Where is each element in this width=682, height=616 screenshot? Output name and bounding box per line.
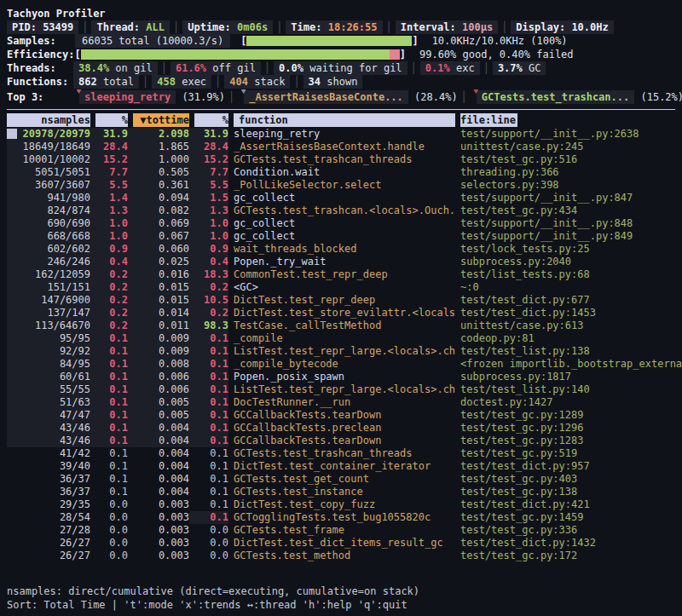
cell-file-line: test/test_dict.py:677 <box>455 294 682 307</box>
efficiency-bar-open-bracket: [ <box>74 48 80 61</box>
table-row[interactable]: 151/1510.20.0150.2<GC>~:0 <box>7 281 682 294</box>
top3-pct: (28.4%) <box>408 90 458 104</box>
top3-function-name[interactable]: sleeping_retry <box>79 90 176 104</box>
column-header-nsamples[interactable]: nsamples <box>7 113 90 127</box>
samples-bar-close-bracket: ] <box>412 34 418 48</box>
functions-row: Functions: 862 total│458 exec│404 stack│… <box>7 75 682 89</box>
table-row[interactable]: 824/8741.30.0821.3GCTests.test_trashcan.… <box>7 204 682 217</box>
table-row[interactable]: 55/550.10.0060.1ListTest.test_repr_large… <box>7 383 682 396</box>
column-header-direct-pct[interactable]: % <box>90 113 128 127</box>
cell-file-line: test/test_gc.py:1296 <box>455 422 682 435</box>
table-row[interactable]: 690/6901.00.0691.0gc_collecttest/support… <box>7 217 682 230</box>
table-row[interactable]: 26/270.00.0030.0GCTests.test_methodtest/… <box>7 550 682 562</box>
table-row[interactable]: 43/460.10.0040.1GCCallbackTests.tearDown… <box>7 435 682 447</box>
cell-nsamples: 690/690 <box>7 217 90 230</box>
table-row[interactable]: 602/6020.90.0600.9wait_threads_blockedte… <box>7 243 682 256</box>
cell-tottime: 0.004 <box>128 486 189 498</box>
cell-cum-pct: 18.3 <box>189 268 228 281</box>
table-row[interactable]: 162/120590.20.01618.3CommonTest.test_rep… <box>7 268 682 281</box>
cell-tottime: 0.015 <box>128 294 189 307</box>
table-body: 20978/2097931.92.09831.9sleeping_retryte… <box>7 128 682 562</box>
cell-nsamples: 29/35 <box>7 498 90 511</box>
table-row[interactable]: 18649/1864928.41.86528.4_AssertRaisesBas… <box>7 141 682 153</box>
cell-direct-pct: 0.0 <box>90 524 128 537</box>
cell-tottime: 0.505 <box>128 166 189 179</box>
table-row[interactable]: 26/270.00.0030.0DictTest.test_dict_items… <box>7 537 682 550</box>
table-row[interactable]: 60/610.10.0060.1Popen._posix_spawnsubpro… <box>7 371 682 383</box>
cell-function: GCTests.test_get_count <box>228 473 455 486</box>
top3-function-name[interactable]: GCTests.test_trashcan... <box>477 90 634 104</box>
cell-nsamples: 51/63 <box>7 396 90 409</box>
table-row[interactable]: 941/9801.40.0941.5gc_collecttest/support… <box>7 192 682 204</box>
cell-nsamples: 137/147 <box>7 307 90 320</box>
cell-cum-pct: 0.0 <box>189 550 228 562</box>
table-row[interactable]: 246/2460.40.0250.4Popen._try_waitsubproc… <box>7 256 682 268</box>
table-row[interactable]: 43/460.10.0040.1GCCallbackTests.preclean… <box>7 422 682 435</box>
cell-function: CommonTest.test_repr_deep <box>228 268 455 281</box>
divider: │ <box>458 90 471 104</box>
table-row[interactable]: 29/350.00.0030.1DictTest.test_copy_fuzzt… <box>7 498 682 511</box>
divider: │ <box>273 20 286 34</box>
table-row[interactable]: 147/69000.20.01510.5DictTest.test_repr_d… <box>7 294 682 307</box>
table-row[interactable]: 84/950.10.0080.1_compile_bytecode<frozen… <box>7 358 682 371</box>
table-row[interactable]: 20978/2097931.92.09831.9sleeping_retryte… <box>7 128 682 141</box>
column-header-function[interactable]: function <box>228 113 455 127</box>
cell-file-line: doctest.py:1427 <box>455 396 682 409</box>
table-row[interactable]: 95/950.10.0090.1_compilecodeop.py:81 <box>7 332 682 345</box>
table-row[interactable]: 47/470.10.0050.1GCCallbackTests.tearDown… <box>7 409 682 422</box>
table-row[interactable]: 113/646700.20.01198.3TestCase._callTestM… <box>7 320 682 332</box>
cell-cum-pct: 0.1 <box>189 358 228 371</box>
column-header-file[interactable]: file:line <box>455 113 682 127</box>
stat-segment: 38.4% on gil <box>73 61 158 75</box>
cell-file-line: <frozen importlib._bootstrap_external <box>455 358 682 371</box>
stat-rest: shown <box>321 76 357 88</box>
status-segment-interval: Interval: 100μs <box>396 20 498 34</box>
table-row[interactable]: 10001/1000215.21.00015.2GCTests.test_tra… <box>7 153 682 166</box>
threads-row: Threads: 38.4% on gil│61.6% off gil│0.0%… <box>7 61 682 75</box>
table-row[interactable]: 92/920.10.0090.1ListTest.test_repr_large… <box>7 345 682 358</box>
cell-cum-pct: 0.1 <box>189 371 228 383</box>
table-row[interactable]: 39/400.10.0040.1DictTest.test_container_… <box>7 460 682 473</box>
cell-direct-pct: 0.2 <box>90 281 128 294</box>
cell-function: DictTest.test_container_iterator <box>228 460 455 473</box>
status-segment-thread: Thread: ALL <box>91 20 169 34</box>
table-row[interactable]: 41/420.10.0040.1GCTests.test_trashcan_th… <box>7 447 682 460</box>
column-header-cum-pct[interactable]: % <box>189 113 228 127</box>
cell-tottime: 0.067 <box>128 230 189 243</box>
table-row[interactable]: 36/370.10.0040.1GCTests.test_get_countte… <box>7 473 682 486</box>
cell-nsamples: 10001/10002 <box>7 153 90 166</box>
cell-tottime: 1.865 <box>128 141 189 153</box>
cell-nsamples: 26/27 <box>7 537 90 550</box>
cell-nsamples: 147/6900 <box>7 294 90 307</box>
top3-function-name[interactable]: _AssertRaisesBaseConte... <box>244 90 408 104</box>
cell-file-line: test/test_dict.py:421 <box>455 498 682 511</box>
cell-nsamples: 43/46 <box>7 422 90 435</box>
column-header-tottime-sorted[interactable]: ▼tottime <box>128 113 189 127</box>
cell-tottime: 0.003 <box>128 524 189 537</box>
threads-label: Threads: <box>7 61 73 75</box>
table-row[interactable]: 137/1470.20.0140.2DictTest.test_store_ev… <box>7 307 682 320</box>
status-segment-label: Display: <box>516 21 571 33</box>
table-row[interactable]: 668/6681.00.0671.0gc_collecttest/support… <box>7 230 682 243</box>
cell-file-line: test/test_gc.py:172 <box>455 550 682 562</box>
top3-name-text: _AssertRaisesBaseConte... <box>249 91 403 103</box>
divider: │ <box>480 61 493 75</box>
cell-nsamples: 162/12059 <box>7 268 90 281</box>
efficiency-label: Efficiency: <box>7 48 74 61</box>
cell-cum-pct: 1.5 <box>189 192 228 204</box>
cell-file-line: test/test_gc.py:516 <box>455 153 682 166</box>
cell-file-line: test/support/__init__.py:847 <box>455 192 682 204</box>
cell-direct-pct: 31.9 <box>90 128 128 141</box>
cell-tottime: 0.005 <box>128 396 189 409</box>
cell-nsamples: 84/95 <box>7 358 90 371</box>
divider: │ <box>407 61 420 75</box>
table-row[interactable]: 27/280.00.0030.0GCTests.test_frametest/t… <box>7 524 682 537</box>
stat-segment: 0.1% exc <box>420 61 480 75</box>
table-row[interactable]: 5051/50517.70.5057.7Condition.waitthread… <box>7 166 682 179</box>
table-row[interactable]: 36/370.10.0040.1GCTests.test_instancetes… <box>7 486 682 498</box>
table-row[interactable]: 3607/36075.50.3615.5_PollLikeSelector.se… <box>7 179 682 192</box>
table-row[interactable]: 51/630.10.0050.1DocTestRunner.__rundocte… <box>7 396 682 409</box>
top3-row: Top 3: sleeping_retry (31.9%)│_AssertRai… <box>7 89 682 105</box>
table-row[interactable]: 28/540.00.0030.1GCTogglingTests.test_bug… <box>7 511 682 524</box>
cell-direct-pct: 0.1 <box>90 345 128 358</box>
